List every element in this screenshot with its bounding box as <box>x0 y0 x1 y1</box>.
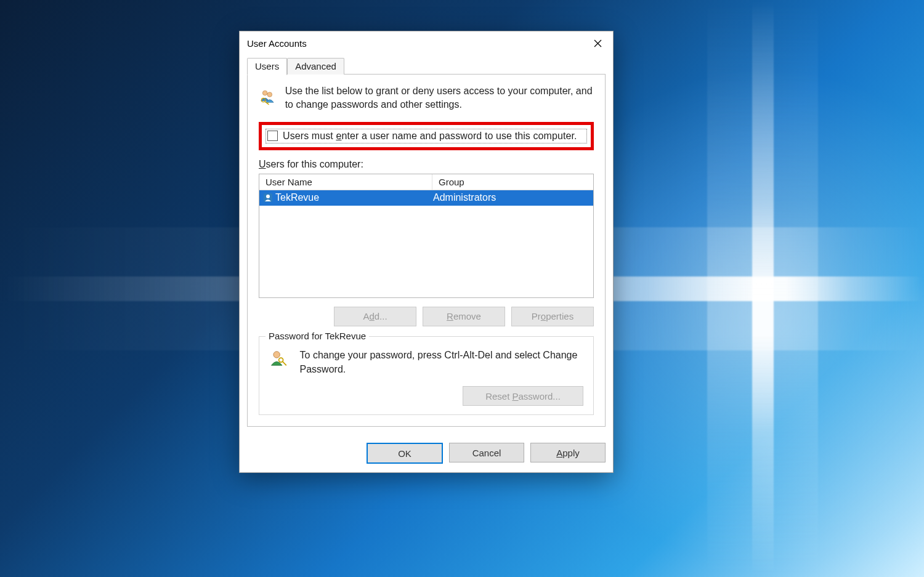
svg-line-11 <box>283 361 286 365</box>
listview-header[interactable]: User Name Group <box>259 174 593 190</box>
user-account-icon <box>263 193 273 203</box>
svg-point-9 <box>274 351 280 357</box>
users-tab-panel: Use the list below to grant or deny user… <box>247 74 606 427</box>
require-password-checkbox[interactable] <box>267 131 278 141</box>
tab-advanced[interactable]: Advanced <box>287 58 344 75</box>
col-header-username[interactable]: User Name <box>259 174 432 190</box>
users-keys-icon <box>259 84 275 110</box>
svg-point-10 <box>279 358 283 362</box>
tab-row: Users Advanced <box>247 57 606 74</box>
user-buttons-row: Add... Remove Properties <box>259 307 594 326</box>
close-button[interactable] <box>582 31 613 55</box>
password-groupbox: Password for TekRevue To change your pas… <box>259 336 594 415</box>
intro-text: Use the list below to grant or deny user… <box>285 84 594 112</box>
password-groupbox-text: To change your password, press Ctrl-Alt-… <box>300 348 583 376</box>
remove-button[interactable]: Remove <box>423 307 505 326</box>
cell-group: Administrators <box>429 190 593 206</box>
col-header-group[interactable]: Group <box>432 174 593 190</box>
users-for-computer-label: Users for this computer: <box>259 159 594 170</box>
desktop-background: User Accounts Users Advanced <box>0 0 924 577</box>
dialog-footer: OK Cancel Apply <box>240 434 613 472</box>
svg-point-3 <box>267 92 272 97</box>
highlighted-checkbox-area: Users must enter a user name and passwor… <box>259 122 594 150</box>
close-icon <box>594 39 602 47</box>
add-button[interactable]: Add... <box>334 307 416 326</box>
listview-row[interactable]: TekRevue Administrators <box>259 190 593 206</box>
require-password-checkbox-row[interactable]: Users must enter a user name and passwor… <box>265 129 587 143</box>
tab-users[interactable]: Users <box>247 58 287 75</box>
password-groupbox-legend: Password for TekRevue <box>265 331 369 341</box>
svg-point-2 <box>262 91 267 95</box>
users-listview[interactable]: User Name Group TekRevue Administ <box>259 174 594 298</box>
apply-button[interactable]: Apply <box>530 443 606 462</box>
svg-point-8 <box>266 195 270 198</box>
ok-button[interactable]: OK <box>367 443 443 464</box>
cell-username: TekRevue <box>259 190 429 206</box>
dialog-title: User Accounts <box>247 38 582 49</box>
intro-row: Use the list below to grant or deny user… <box>259 84 594 112</box>
titlebar[interactable]: User Accounts <box>240 31 613 55</box>
cancel-button[interactable]: Cancel <box>449 443 524 462</box>
require-password-label: Users must enter a user name and passwor… <box>283 131 577 142</box>
user-accounts-dialog: User Accounts Users Advanced <box>239 31 614 473</box>
user-key-icon <box>269 348 288 369</box>
reset-password-button[interactable]: Reset Password... <box>463 386 583 406</box>
properties-button[interactable]: Properties <box>511 307 594 326</box>
